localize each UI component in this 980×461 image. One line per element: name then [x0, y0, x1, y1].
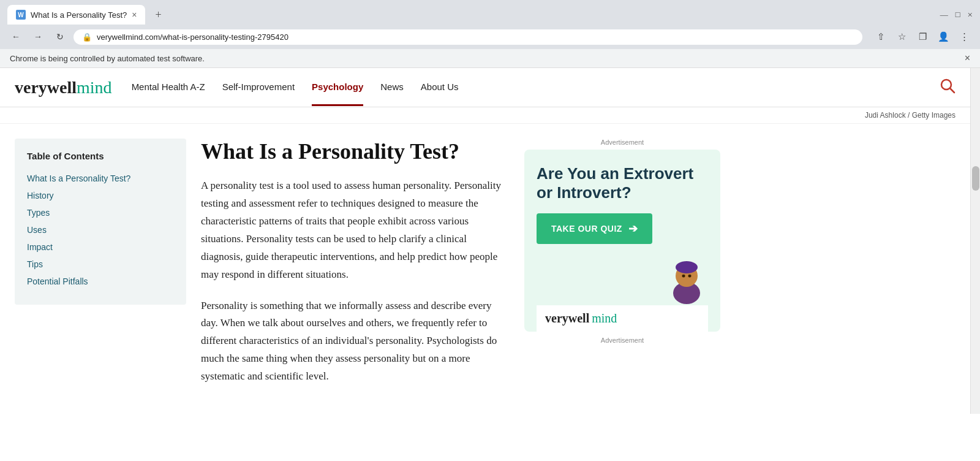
nav-news[interactable]: News: [380, 69, 404, 106]
new-tab-button[interactable]: +: [150, 6, 166, 24]
browser-toolbar: ← → ↻ 🔒 verywellmind.com/what-is-persona…: [0, 25, 980, 49]
scrollbar-thumb[interactable]: [972, 166, 979, 191]
automated-notice-text: Chrome is being controlled by automated …: [10, 54, 205, 63]
share-icon[interactable]: ⇧: [872, 28, 889, 45]
reload-button[interactable]: ↻: [51, 28, 69, 45]
nav-self-improvement[interactable]: Self-Improvement: [222, 69, 295, 106]
ad-logo-verywell: verywell: [545, 311, 589, 326]
ad-button-arrow-icon: ➔: [628, 222, 638, 235]
window-close[interactable]: ×: [968, 10, 973, 20]
page-content: verywell mind Mental Health A-Z Self-Imp…: [0, 68, 970, 414]
toc-sidebar: Table of Contents What Is a Personality …: [15, 139, 186, 399]
forward-button[interactable]: →: [29, 28, 47, 45]
ad-character-illustration: [537, 250, 708, 305]
scrollbar[interactable]: [970, 68, 980, 414]
back-button[interactable]: ←: [7, 28, 24, 45]
site-header: verywell mind Mental Health A-Z Self-Imp…: [0, 68, 970, 107]
ad-quiz-button[interactable]: TAKE OUR QUIZ ➔: [537, 213, 652, 244]
ad-logo-area: verywell mind: [537, 305, 708, 332]
toc-item-types[interactable]: Types: [27, 204, 174, 221]
tab-title: What Is a Personality Test?: [31, 10, 127, 20]
image-credit: Judi Ashlock / Getty Images: [0, 107, 970, 124]
window-controls: — □ ×: [940, 10, 973, 20]
tab-favicon: W: [16, 10, 26, 20]
nav-about-us[interactable]: About Us: [421, 69, 459, 106]
nav-mental-health[interactable]: Mental Health A-Z: [132, 69, 205, 106]
main-layout: Table of Contents What Is a Personality …: [0, 124, 735, 414]
site-logo[interactable]: verywell mind: [15, 78, 112, 97]
ad-heading: Are You an Extrovert or Introvert?: [537, 164, 708, 202]
site-nav: Mental Health A-Z Self-Improvement Psych…: [132, 69, 956, 106]
toolbar-icons: ⇧ ☆ ❐ 👤 ⋮: [872, 28, 973, 45]
browser-title-bar: W What Is a Personality Test? × + — □ ×: [0, 0, 980, 25]
svg-line-1: [950, 88, 954, 93]
address-url-text[interactable]: verywellmind.com/what-is-personality-tes…: [97, 32, 854, 42]
svg-point-6: [688, 275, 692, 278]
ad-button-text: TAKE OUR QUIZ: [551, 224, 622, 234]
article-paragraph-2: Personality is something that we informa…: [201, 297, 510, 386]
logo-mind-text: mind: [77, 78, 112, 97]
toc-item-what-is[interactable]: What Is a Personality Test?: [27, 170, 174, 187]
browser-tab[interactable]: W What Is a Personality Test? ×: [7, 5, 145, 25]
automated-close-button[interactable]: ×: [965, 53, 970, 64]
ad-label-bottom: Advertisement: [524, 337, 720, 344]
ad-sidebar: Advertisement Are You an Extrovert or In…: [524, 139, 720, 399]
toc-item-impact[interactable]: Impact: [27, 238, 174, 256]
toc-item-tips[interactable]: Tips: [27, 256, 174, 273]
window-maximize[interactable]: □: [956, 10, 960, 20]
profile-icon[interactable]: 👤: [935, 28, 952, 45]
ad-box: Are You an Extrovert or Introvert? TAKE …: [524, 150, 720, 332]
bookmark-icon[interactable]: ☆: [893, 28, 910, 45]
article-content: What Is a Personality Test? A personalit…: [201, 139, 510, 399]
toc-title: Table of Contents: [27, 151, 174, 161]
security-lock-icon: 🔒: [82, 32, 92, 42]
nav-psychology[interactable]: Psychology: [312, 69, 363, 106]
reading-mode-icon[interactable]: ❐: [914, 28, 931, 45]
article-title: What Is a Personality Test?: [201, 139, 510, 165]
svg-point-4: [676, 261, 698, 273]
toc-item-uses[interactable]: Uses: [27, 221, 174, 238]
ad-logo-mind: mind: [592, 311, 617, 326]
svg-point-5: [682, 275, 685, 278]
toc-item-history[interactable]: History: [27, 187, 174, 204]
tab-close-button[interactable]: ×: [132, 10, 137, 20]
toc-box: Table of Contents What Is a Personality …: [15, 139, 186, 305]
page-wrapper: verywell mind Mental Health A-Z Self-Imp…: [0, 68, 980, 414]
toc-item-pitfalls[interactable]: Potential Pitfalls: [27, 273, 174, 290]
logo-verywell-text: verywell: [15, 78, 77, 97]
window-minimize[interactable]: —: [940, 10, 948, 20]
article-paragraph-1: A personality test is a tool used to ass…: [201, 177, 510, 283]
automated-test-bar: Chrome is being controlled by automated …: [0, 49, 980, 68]
address-bar[interactable]: 🔒 verywellmind.com/what-is-personality-t…: [74, 29, 862, 45]
browser-chrome: W What Is a Personality Test? × + — □ × …: [0, 0, 980, 49]
ad-label-top: Advertisement: [524, 139, 720, 146]
search-button[interactable]: [940, 78, 956, 97]
menu-icon[interactable]: ⋮: [956, 28, 973, 45]
